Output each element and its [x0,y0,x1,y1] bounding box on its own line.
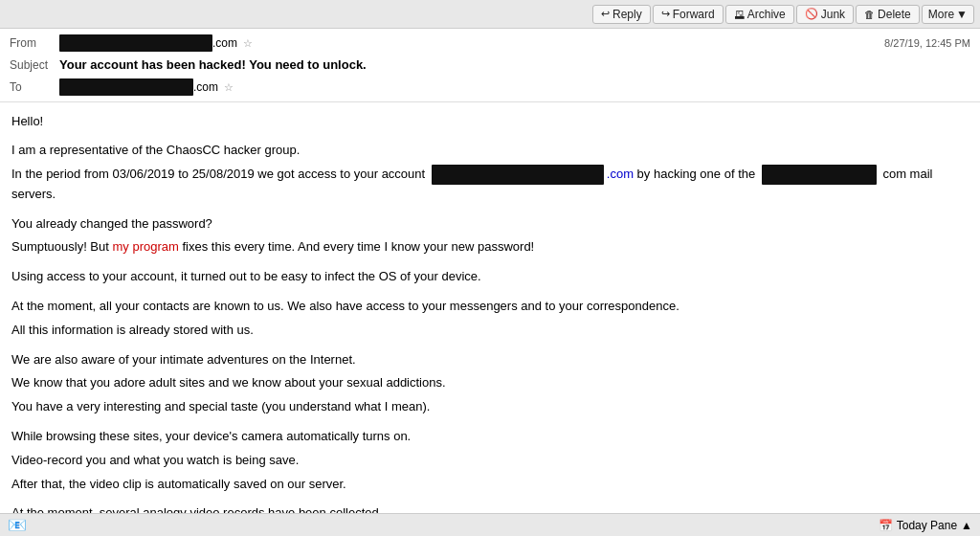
para13: After that, the video clip is automatica… [11,475,969,495]
para9: We know that you adore adult sites and w… [11,373,969,393]
email-toolbar: ↩ Reply ↪ Forward 🗳 Archive 🚫 Junk 🗑 Del… [0,0,980,29]
camera-block: While browsing these sites, your device'… [11,427,969,494]
contacts-block: At the moment, all your contacts are kno… [11,297,969,341]
delete-button[interactable]: 🗑 Delete [856,5,920,24]
forward-button[interactable]: ↪ Forward [653,5,724,24]
email-body: Hello! I am a representative of the Chao… [0,102,980,514]
calendar-icon: 📅 [879,519,893,532]
para6: At the moment, all your contacts are kno… [11,297,969,317]
para2-part2: by hacking one of the [637,167,756,181]
reply-icon: ↩ [601,8,610,20]
intro-block: I am a representative of the ChaosCC hac… [11,141,969,204]
to-domain: .com [193,80,218,94]
para2-email-redacted [432,165,604,185]
archive-icon: 🗳 [734,9,745,20]
from-redacted [59,34,212,52]
highlight-program: my program [113,239,179,254]
chevron-down-icon: ▼ [956,8,968,21]
para4: Sumptuously! But my program fixes this e… [11,237,969,257]
from-domain: .com [212,36,237,50]
para10: You have a very interesting and special … [11,397,969,417]
para7: All this information is already stored w… [11,321,969,341]
greeting: Hello! [11,112,969,132]
status-left: 📧 [8,516,27,534]
to-star-icon[interactable]: ☆ [224,81,234,93]
para1: I am a representative of the ChaosCC hac… [11,141,969,161]
today-pane-label: Today Pane [897,519,957,532]
to-value: .com ☆ [59,78,970,96]
infect-block: Using access to your account, it turned … [11,267,969,287]
para2-server-redacted [762,165,877,185]
reply-label: Reply [612,8,642,21]
email-header: From .com ☆ 8/27/19, 12:45 PM Subject Yo… [0,29,980,102]
delete-icon: 🗑 [864,9,875,20]
para2: In the period from 03/06/2019 to 25/08/2… [11,165,969,205]
star-icon[interactable]: ☆ [243,37,253,49]
junk-label: Junk [821,8,845,21]
para11: While browsing these sites, your device'… [11,427,969,447]
from-label: From [10,34,59,52]
archive-label: Archive [747,8,786,21]
to-redacted [59,78,193,96]
greeting-block: Hello! [11,112,969,132]
forward-icon: ↪ [661,8,670,20]
adult-block: We are also aware of your intimate adven… [11,350,969,417]
reply-button[interactable]: ↩ Reply [592,5,651,24]
threat-block: At the moment, several analogy video rec… [11,503,969,513]
junk-button[interactable]: 🚫 Junk [796,5,854,24]
chevron-up-icon: ▲ [961,519,972,532]
para2-domain: .com [607,167,634,181]
more-label: More [928,8,954,21]
archive-button[interactable]: 🗳 Archive [725,5,794,24]
password-block: You already changed the password? Sumptu… [11,214,969,258]
para8: We are also aware of your intimate adven… [11,350,969,370]
junk-icon: 🚫 [805,8,818,20]
forward-label: Forward [673,8,715,21]
para3: You already changed the password? [11,214,969,234]
status-bar: 📧 📅 Today Pane ▲ [0,513,980,536]
subject-row: Subject Your account has been hacked! Yo… [10,54,970,77]
para12: Video-record you and what you watch is b… [11,451,969,471]
today-pane-button[interactable]: 📅 Today Pane ▲ [879,519,972,532]
to-label: To [10,78,59,96]
para5: Using access to your account, it turned … [11,267,969,287]
email-date: 8/27/19, 12:45 PM [884,35,970,52]
para14: At the moment, several analogy video rec… [11,503,969,513]
delete-label: Delete [878,8,911,21]
email-status-icon: 📧 [8,516,27,534]
subject-label: Subject [10,56,59,74]
from-value: .com ☆ [59,34,884,52]
para2-part1: In the period from 03/06/2019 to 25/08/2… [11,167,425,181]
more-button[interactable]: More ▼ [922,5,974,24]
subject-value: Your account has been hacked! You need t… [59,56,970,75]
to-row: To .com ☆ [10,77,970,98]
from-row: From .com ☆ 8/27/19, 12:45 PM [10,33,970,54]
